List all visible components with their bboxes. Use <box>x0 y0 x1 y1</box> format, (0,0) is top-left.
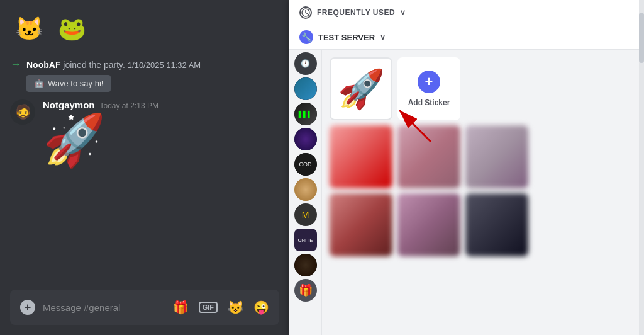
system-message-row: → NoobAF joined the party. 1/10/2025 11:… <box>10 58 279 71</box>
blurred-sticker-3[interactable] <box>465 125 528 188</box>
msg-timestamp: Today at 2:13 PM <box>100 101 158 110</box>
wave-button-label: Wave to say hi! <box>48 79 103 88</box>
sticker-icon[interactable]: 😺 <box>228 300 243 315</box>
blurred-sticker-6[interactable] <box>465 193 528 256</box>
emoji-icon[interactable]: 😜 <box>253 300 269 315</box>
join-username: NoobAF <box>26 60 60 70</box>
message-header: Notgaymon Today at 2:13 PM <box>43 99 158 110</box>
sidebar-icon-6[interactable] <box>294 178 317 201</box>
system-join-message: → NoobAF joined the party. 1/10/2025 11:… <box>10 58 279 92</box>
sticker-content: 🕐 ▌▌▌ COD M UNITE 🎁 <box>289 50 644 335</box>
sidebar-icon-9[interactable] <box>294 254 317 276</box>
rocket-sticker: 🚀 <box>43 115 158 166</box>
sticker-messages: 🐱 🐸 <box>10 10 279 48</box>
svg-line-2 <box>306 13 308 14</box>
add-circle-icon: + <box>418 71 440 93</box>
sticker-main: 🚀 + Add Sticker <box>322 50 644 335</box>
sidebar-icon-gift[interactable]: 🎁 <box>294 279 317 302</box>
rocket-sticker-item[interactable]: 🚀 <box>330 57 392 120</box>
join-timestamp: 1/10/2025 11:32 AM <box>128 60 201 70</box>
attach-button[interactable]: + <box>20 300 35 315</box>
add-sticker-label: Add Sticker <box>408 98 450 107</box>
join-text: joined the party. <box>63 60 127 70</box>
wave-button[interactable]: 🤖 Wave to say hi! <box>26 75 111 92</box>
msg-username: Notgaymon <box>43 99 95 110</box>
avatar-notgaymon: 🧔 <box>10 99 35 125</box>
system-message-text: NoobAF joined the party. 1/10/2025 11:32… <box>26 60 201 70</box>
sticker-sidebar: 🕐 ▌▌▌ COD M UNITE 🎁 <box>289 50 322 335</box>
blurred-sticker-2[interactable] <box>397 125 460 188</box>
plus-icon: + <box>25 301 31 314</box>
blurred-sticker-5[interactable] <box>397 193 460 256</box>
clock-icon <box>299 6 312 19</box>
chat-input-bar: + Message #general 🎁 GIF 😺 😜 <box>10 290 279 325</box>
sidebar-icon-5[interactable]: COD <box>294 153 317 176</box>
panel-header: FREQUENTLY USED ∨ 🔧 TEST SERVER ∨ <box>289 0 644 50</box>
sticker-row-2 <box>330 125 636 188</box>
message-content-notgaymon: Notgaymon Today at 2:13 PM 🚀 <box>43 99 158 166</box>
sticker-row-3 <box>330 193 636 256</box>
blurred-sticker-4[interactable] <box>330 193 392 256</box>
sidebar-icon-1[interactable]: 🕐 <box>294 52 317 75</box>
panel-scrollbar[interactable] <box>639 0 644 335</box>
gift-icon[interactable]: 🎁 <box>173 300 189 315</box>
sidebar-icon-7[interactable]: M <box>294 203 317 226</box>
sidebar-icon-4[interactable] <box>294 128 317 150</box>
pikachu-sticker: 🐱 <box>10 10 48 48</box>
input-icons: 🎁 GIF 😺 😜 <box>173 300 269 315</box>
frequently-used-row[interactable]: FREQUENTLY USED ∨ <box>299 0 634 25</box>
chat-area: 🐱 🐸 → NoobAF joined the party. 1/10/2025… <box>0 0 289 335</box>
server-chevron: ∨ <box>380 33 386 42</box>
gif-button[interactable]: GIF <box>199 302 218 313</box>
user-message-notgaymon: 🧔 Notgaymon Today at 2:13 PM 🚀 <box>10 99 279 166</box>
pepe-sticker: 🐸 <box>53 10 91 48</box>
wave-icon: 🤖 <box>34 79 44 88</box>
frequently-used-chevron: ∨ <box>400 8 406 17</box>
sticker-panel: FREQUENTLY USED ∨ 🔧 TEST SERVER ∨ 🕐 ▌▌▌ <box>289 0 644 335</box>
sidebar-icon-8[interactable]: UNITE <box>294 229 317 251</box>
sidebar-icon-2[interactable] <box>294 77 317 100</box>
scrollbar-thumb <box>639 13 644 63</box>
sticker-row-1: 🚀 + Add Sticker <box>330 57 636 120</box>
add-sticker-button[interactable]: + Add Sticker <box>397 57 460 120</box>
message-input[interactable]: Message #general <box>43 302 165 313</box>
server-icon: 🔧 <box>299 30 313 44</box>
frequently-used-label: FREQUENTLY USED <box>317 8 395 17</box>
blurred-sticker-1[interactable] <box>330 125 392 188</box>
server-row[interactable]: 🔧 TEST SERVER ∨ <box>299 25 634 49</box>
server-name-label: TEST SERVER <box>318 33 375 42</box>
messages-container: 🐱 🐸 → NoobAF joined the party. 1/10/2025… <box>0 0 289 290</box>
join-arrow-icon: → <box>10 58 21 71</box>
sidebar-icon-3[interactable]: ▌▌▌ <box>294 103 317 125</box>
